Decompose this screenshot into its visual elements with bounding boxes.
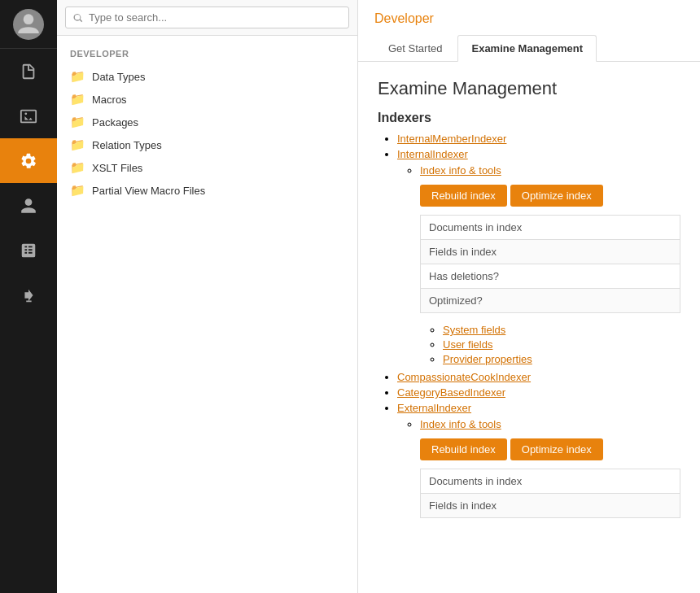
- list-item: User fields: [443, 338, 680, 351]
- list-item: CompassionateCookIndexer: [397, 370, 680, 383]
- list-item: ExternalIndexer Index info & tools Rebui…: [397, 401, 680, 518]
- table-row: Documents in index: [421, 469, 680, 494]
- btn-group-1: Rebuild index Optimize index: [420, 185, 680, 207]
- sidebar-icon-forms[interactable]: [0, 228, 57, 273]
- table-cell: Has deletions?: [421, 264, 680, 289]
- compassionate-cook-indexer-link[interactable]: CompassionateCookIndexer: [397, 371, 531, 383]
- search-input[interactable]: [65, 7, 349, 28]
- list-item: CategoryBasedIndexer: [397, 386, 680, 399]
- table-cell: Fields in index: [421, 494, 680, 518]
- table-cell: Fields in index: [421, 240, 680, 264]
- sidebar-icon-media[interactable]: [0, 94, 57, 138]
- tree-item-partial-view-macro[interactable]: 📁 Partial View Macro Files: [57, 179, 357, 202]
- folder-icon: 📁: [70, 137, 85, 152]
- rebuild-index-button-2[interactable]: Rebuild index: [420, 438, 507, 460]
- internal-member-indexer-link[interactable]: InternalMemberIndexer: [397, 133, 506, 145]
- folder-icon: 📁: [70, 160, 85, 175]
- list-item: Provider properties: [443, 352, 680, 365]
- optimize-index-button-2[interactable]: Optimize index: [510, 438, 603, 460]
- sidebar-icon-content[interactable]: [0, 49, 57, 94]
- main-header-title: Developer: [374, 11, 684, 26]
- index-info-tools-link-1[interactable]: Index info & tools: [420, 164, 501, 177]
- tree-item-relation-types[interactable]: 📁 Relation Types: [57, 133, 357, 156]
- list-item: InternalIndexer Index info & tools Rebui…: [397, 147, 680, 365]
- folder-icon: 📁: [70, 92, 85, 107]
- table-cell: Optimized?: [421, 289, 680, 313]
- tree-content: DEVELOPER 📁 Data Types 📁 Macros 📁 Packag…: [57, 36, 357, 593]
- extra-links-1: System fields User fields Provider prope…: [420, 323, 680, 365]
- index-info-tools-link-2[interactable]: Index info & tools: [420, 418, 501, 430]
- external-indexer-sub: Index info & tools Rebuild index Optimiz…: [397, 416, 680, 518]
- optimize-index-button-1[interactable]: Optimize index: [510, 185, 603, 207]
- table-row: Fields in index: [421, 494, 680, 518]
- list-item: Index info & tools Rebuild index Optimiz…: [420, 163, 680, 365]
- table-cell: Documents in index: [421, 216, 680, 240]
- sidebar-icon-deploy[interactable]: [0, 273, 57, 317]
- avatar: [13, 9, 44, 40]
- info-table-1: Documents in index Fields in index Has d…: [420, 215, 680, 313]
- tree-item-xslt-files[interactable]: 📁 XSLT Files: [57, 156, 357, 179]
- table-cell: Documents in index: [421, 469, 680, 494]
- tree-item-datatypes[interactable]: 📁 Data Types: [57, 65, 357, 88]
- user-avatar-container[interactable]: [0, 0, 57, 49]
- list-item: System fields: [443, 323, 680, 336]
- provider-properties-link[interactable]: Provider properties: [443, 353, 532, 365]
- table-row: Optimized?: [421, 289, 680, 313]
- tree-item-macros[interactable]: 📁 Macros: [57, 88, 357, 111]
- category-based-indexer-link[interactable]: CategoryBasedIndexer: [397, 386, 505, 399]
- table-row: Has deletions?: [421, 264, 680, 289]
- info-table-2: Documents in index Fields in index: [420, 469, 680, 518]
- content-body: Examine Management Indexers InternalMemb…: [358, 62, 700, 544]
- indexer-list: InternalMemberIndexer InternalIndexer In…: [378, 132, 680, 518]
- internal-indexer-link[interactable]: InternalIndexer: [397, 148, 468, 160]
- tab-examine-management[interactable]: Examine Management: [457, 35, 597, 62]
- tree-panel: DEVELOPER 📁 Data Types 📁 Macros 📁 Packag…: [57, 0, 358, 593]
- btn-group-2: Rebuild index Optimize index: [420, 438, 680, 460]
- folder-icon: 📁: [70, 115, 85, 129]
- system-fields-link[interactable]: System fields: [443, 324, 505, 336]
- table-row: Documents in index: [421, 216, 680, 240]
- content-title: Examine Management: [378, 78, 680, 99]
- sidebar-icon-members[interactable]: [0, 183, 57, 228]
- table-row: Fields in index: [421, 240, 680, 264]
- icon-sidebar: [0, 0, 57, 593]
- list-item: InternalMemberIndexer: [397, 132, 680, 145]
- folder-icon: 📁: [70, 183, 85, 198]
- main-content: Developer Get Started Examine Management…: [358, 0, 700, 593]
- tabs: Get Started Examine Management: [374, 34, 684, 61]
- svg-point-0: [24, 14, 34, 24]
- user-fields-link[interactable]: User fields: [443, 338, 492, 351]
- sidebar-icon-settings[interactable]: [0, 138, 57, 183]
- tree-item-packages[interactable]: 📁 Packages: [57, 111, 357, 133]
- svg-point-1: [24, 112, 27, 115]
- folder-icon: 📁: [70, 69, 85, 84]
- tab-get-started[interactable]: Get Started: [374, 35, 456, 62]
- search-bar: [57, 0, 357, 36]
- list-item: Index info & tools Rebuild index Optimiz…: [420, 416, 680, 518]
- section-label: DEVELOPER: [57, 46, 357, 65]
- internal-indexer-sub: Index info & tools Rebuild index Optimiz…: [397, 163, 680, 365]
- indexers-heading: Indexers: [378, 111, 680, 125]
- main-header: Developer Get Started Examine Management: [358, 0, 700, 62]
- external-indexer-link[interactable]: ExternalIndexer: [397, 402, 471, 414]
- rebuild-index-button-1[interactable]: Rebuild index: [420, 185, 507, 207]
